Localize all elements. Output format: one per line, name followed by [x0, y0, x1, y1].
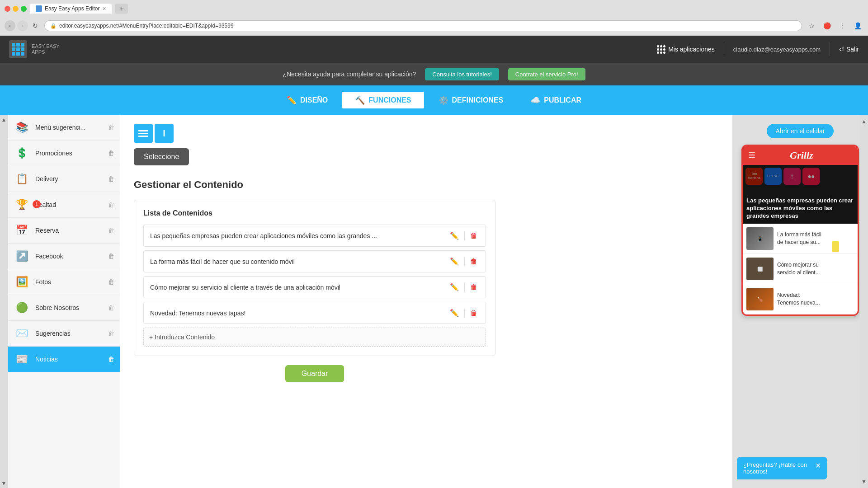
edit-item-4-btn[interactable]: ✏️ [448, 308, 461, 318]
delete-item-4-btn[interactable]: 🗑 [468, 308, 479, 318]
phone-logo: Grillz [760, 150, 843, 161]
browser-title-bar: Easy Easy Apps Editor ✕ + [0, 0, 868, 17]
menu-sugerencias-icon: 📚 [16, 122, 28, 133]
lock-icon: 🔒 [50, 23, 57, 29]
sidebar-item-menu-sugerencias[interactable]: 📚 Menú sugerenci... 🗑 [8, 115, 120, 141]
tab-publicar-label: PUBLICAR [544, 96, 581, 104]
sidebar-item-delivery[interactable]: 📋 Delivery 🗑 [8, 166, 120, 192]
sidebar-item-facebook[interactable]: ↗️ Facebook 🗑 [8, 244, 120, 269]
menu-btn[interactable]: ⋮ [836, 20, 848, 32]
sidebar-item-sobre-nosotros[interactable]: 🟢 Sobre Nosotros 🗑 [8, 295, 120, 321]
open-phone-btn[interactable]: Abrir en el celular [767, 124, 834, 138]
publicar-icon: ☁️ [530, 95, 540, 105]
content-item: La forma más fácil de hacer que su conte… [143, 250, 486, 272]
minimize-window-dot[interactable] [13, 6, 19, 12]
content-scroll-down[interactable]: ▼ [859, 477, 868, 488]
delete-delivery-btn[interactable]: 🗑 [108, 175, 114, 183]
url-bar[interactable]: 🔒 editor.easyeasyapps.net/#MenuEntryPlac… [44, 20, 802, 31]
hamburger-menu-btn[interactable] [134, 124, 153, 143]
phone-news-text-2: Cómo mejorar suservicio al client... [777, 261, 820, 277]
phone-header: ☰ Grillz [743, 146, 858, 165]
delete-item-1-btn[interactable]: 🗑 [468, 231, 479, 241]
main-layout: ▲ ▼ 📚 Menú sugerenci... 🗑 💲 Promociones … [0, 115, 868, 488]
sidebar-item-lealtad[interactable]: 🏆 1 Lealtad 🗑 [8, 192, 120, 218]
help-bar: ¿Necesita ayuda para completar su aplica… [0, 63, 868, 85]
tab-favicon [36, 5, 42, 12]
sidebar-item-fotos[interactable]: 🖼️ Fotos 🗑 [8, 269, 120, 295]
select-btn[interactable]: Seleccione [134, 148, 189, 165]
extension-btn[interactable]: 🔴 [821, 20, 833, 32]
edit-item-2-btn[interactable]: ✏️ [448, 256, 461, 267]
forward-btn[interactable]: › [17, 20, 28, 31]
content-scroll-up[interactable]: ▲ [859, 115, 868, 127]
save-btn[interactable]: Guardar [285, 365, 344, 382]
tab-publicar[interactable]: ☁️ PUBLICAR [517, 91, 595, 109]
phone-news-item-1[interactable]: 📱 La forma más fácilde hacer que su... [743, 224, 858, 254]
content-item-actions-2: ✏️ 🗑 [448, 256, 479, 267]
text-align-btn[interactable]: I [155, 124, 174, 143]
tutorials-btn[interactable]: Consulta los tutoriales! [425, 68, 499, 80]
chat-close-btn[interactable]: ✕ [815, 461, 821, 470]
logo-icon [9, 40, 27, 58]
edit-item-3-btn[interactable]: ✏️ [448, 282, 461, 292]
content-item-text-3: Cómo mejorar su servicio al cliente a tr… [150, 284, 443, 291]
header-divider [724, 42, 724, 56]
maximize-window-dot[interactable] [21, 6, 27, 12]
delete-facebook-btn[interactable]: 🗑 [108, 253, 114, 260]
sidebar-item-reserva[interactable]: 📅 Reserva 🗑 [8, 218, 120, 244]
browser-tab[interactable]: Easy Easy Apps Editor ✕ [30, 4, 112, 14]
phone-news-item-2[interactable]: ⬜ Cómo mejorar suservicio al client... [743, 254, 858, 284]
phone-hero-text: Las pequeñas empresas pueden crear aplic… [746, 197, 854, 220]
tab-close-btn[interactable]: ✕ [102, 6, 106, 12]
my-apps-btn[interactable]: Mis aplicaciones [657, 45, 715, 54]
lealtad-icon: 🏆 [16, 199, 28, 211]
delete-sobre-nosotros-btn[interactable]: 🗑 [108, 304, 114, 311]
phone-news-item-3[interactable]: 🍗 Novedad:Tenemos nueva... [743, 284, 858, 314]
delete-item-2-btn[interactable]: 🗑 [468, 257, 479, 267]
save-btn-wrap: Guardar [134, 365, 495, 382]
content-item: Novedad: Tenemos nuevas tapas! ✏️ 🗑 [143, 302, 486, 324]
profile-btn[interactable]: 👤 [852, 20, 863, 32]
sobre-nosotros-icon: 🟢 [16, 302, 28, 314]
sidebar-scroll-up[interactable]: ▲ [0, 115, 8, 125]
bookmark-icon[interactable]: ☆ [806, 20, 817, 32]
delete-lealtad-btn[interactable]: 🗑 [108, 201, 114, 208]
sidebar-label-noticias: Noticias [35, 356, 103, 363]
pro-service-btn[interactable]: Contrate el servicio Pro! [508, 68, 585, 80]
delete-menu-sugerencias-btn[interactable]: 🗑 [108, 124, 114, 131]
tab-funciones-label: FUNCIONES [368, 96, 411, 104]
add-content-btn[interactable]: + Introduzca Contenido [143, 328, 486, 347]
back-btn[interactable]: ‹ [5, 20, 15, 31]
logo-area: EASY EASY APPS [9, 40, 60, 58]
sidebar-scroll-down[interactable]: ▼ [0, 479, 8, 488]
tab-funciones[interactable]: 🔨 FUNCIONES [341, 91, 425, 109]
header-nav: Mis aplicaciones claudio.diaz@easyeasyap… [657, 42, 859, 56]
tab-diseno[interactable]: ✏️ DISEÑO [273, 91, 341, 109]
sidebar-label-sobre-nosotros: Sobre Nosotros [35, 304, 103, 311]
sidebar-item-sugerencias[interactable]: ✉️ Sugerencias 🗑 [8, 321, 120, 347]
edit-item-1-btn[interactable]: ✏️ [448, 230, 461, 241]
content-area: I Seleccione Gestionar el Contenido List… [120, 115, 732, 488]
sidebar-item-noticias[interactable]: 📰 Noticias 🗑 [8, 347, 120, 372]
delete-reserva-btn[interactable]: 🗑 [108, 227, 114, 234]
sidebar-label-reserva: Reserva [35, 227, 103, 234]
delivery-icon: 📋 [16, 173, 28, 185]
content-item-actions-4: ✏️ 🗑 [448, 308, 479, 318]
tab-definiciones[interactable]: ⚙️ DEFINICIONES [425, 91, 517, 109]
sidebar-item-promociones[interactable]: 💲 Promociones 🗑 [8, 141, 120, 166]
close-window-dot[interactable] [5, 6, 10, 12]
delete-item-3-btn[interactable]: 🗑 [468, 282, 479, 292]
phone-news-thumb-3: 🍗 [746, 288, 774, 310]
content-item-text-1: Las pequeñas empresas pueden crear aplic… [150, 232, 443, 239]
refresh-btn[interactable]: ↻ [30, 20, 41, 31]
url-text: editor.easyeasyapps.net/#MenuEntryPlace:… [59, 23, 234, 29]
delete-fotos-btn[interactable]: 🗑 [108, 278, 114, 286]
delete-noticias-btn[interactable]: 🗑 [108, 356, 114, 363]
delete-promociones-btn[interactable]: 🗑 [108, 150, 114, 157]
logout-btn[interactable]: ⏎ Salir [839, 46, 859, 53]
delete-sugerencias-btn[interactable]: 🗑 [108, 330, 114, 337]
section-title: Gestionar el Contenido [134, 179, 495, 191]
browser-actions: ☆ 🔴 ⋮ 👤 [806, 20, 863, 32]
select-btn-area: I Seleccione [134, 124, 495, 165]
new-tab-btn[interactable]: + [115, 4, 128, 14]
